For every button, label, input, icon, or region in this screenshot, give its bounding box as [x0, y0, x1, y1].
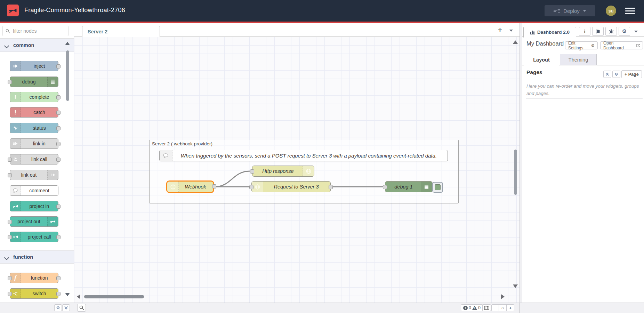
palette-node-complete[interactable]: ! complete	[10, 92, 58, 102]
palette-node-status[interactable]: status	[10, 123, 58, 133]
canvas-scroll-down-arrow[interactable]	[513, 284, 518, 288]
canvas-scroll-up-arrow[interactable]	[513, 40, 518, 44]
dashboard-title: My Dashboard	[526, 40, 564, 47]
chevron-down-icon	[4, 255, 9, 260]
node-output-port[interactable]	[329, 185, 333, 189]
error-count: 0	[469, 305, 471, 310]
chevron-double-down-icon	[64, 306, 68, 310]
canvas-scroll-left-arrow[interactable]	[77, 294, 80, 299]
palette-node-link-call[interactable]: link call	[10, 154, 58, 164]
node-port[interactable]	[56, 235, 61, 239]
node-port[interactable]	[56, 158, 61, 162]
palette-node-debug[interactable]: debug	[10, 77, 58, 87]
move-page-up-button[interactable]	[603, 71, 611, 78]
node-port[interactable]	[56, 95, 61, 99]
node-port[interactable]	[56, 126, 61, 130]
debug-sidebar-button[interactable]	[605, 27, 617, 36]
add-flow-button[interactable]: +	[495, 25, 505, 35]
filter-nodes-input[interactable]	[12, 28, 66, 34]
palette-search-box[interactable]	[2, 26, 69, 36]
canvas-search-button[interactable]	[77, 304, 86, 312]
node-input-port[interactable]	[250, 169, 254, 174]
add-page-button[interactable]: + Page	[621, 70, 642, 78]
palette-node-project-out[interactable]: project out	[10, 216, 58, 227]
palette-expand-all-button[interactable]	[62, 304, 70, 311]
palette-scroll-down-arrow[interactable]	[65, 293, 70, 296]
config-nodes-button[interactable]: ⚙	[619, 27, 630, 36]
zoom-in-button[interactable]: +	[507, 304, 514, 311]
node-port[interactable]	[56, 204, 61, 209]
node-port[interactable]	[8, 173, 12, 177]
node-port[interactable]	[56, 64, 61, 69]
palette-category-function[interactable]: function	[0, 250, 74, 264]
palette-scrollbar-thumb[interactable]	[66, 50, 69, 101]
sidebar-tab-dashboard[interactable]: Dashboard 2.0	[523, 27, 576, 38]
canvas-hscrollbar-thumb[interactable]	[84, 295, 144, 298]
divider	[526, 98, 643, 98]
help-button[interactable]	[592, 27, 604, 36]
node-port[interactable]	[8, 235, 12, 239]
map-icon	[484, 306, 489, 310]
zoom-out-button[interactable]: −	[491, 304, 499, 311]
flow-list-chevron-icon[interactable]	[509, 30, 513, 32]
palette-node-switch[interactable]: switch	[10, 288, 58, 299]
comment-node[interactable]: When triggered by the sensors, send a PO…	[159, 150, 448, 161]
workspace-tab-server2[interactable]: Server 2	[82, 26, 160, 37]
node-port[interactable]	[8, 220, 12, 224]
node-input-port[interactable]	[383, 185, 387, 189]
search-icon	[79, 305, 84, 310]
zoom-reset-button[interactable]: ○	[499, 304, 507, 311]
palette-node-inject[interactable]: inject	[10, 61, 58, 71]
edit-settings-button[interactable]: Edit Settings ⚙	[565, 41, 598, 49]
palette-node-function[interactable]: f function	[10, 273, 58, 283]
node-http-response[interactable]: Http response	[252, 166, 314, 177]
node-port[interactable]	[56, 111, 61, 115]
sidebar: Dashboard 2.0 i ⚙ My Dashboard Edit Sett…	[522, 23, 644, 303]
sidebar-resize-handle[interactable]	[520, 23, 522, 303]
main-menu-button[interactable]	[625, 8, 635, 16]
node-request-to-server-3[interactable]: Request to Server 3	[251, 181, 331, 192]
deploy-options-chevron-icon[interactable]	[583, 10, 586, 12]
canvas-scroll-right-arrow[interactable]	[501, 294, 505, 299]
palette-node-comment[interactable]: comment	[10, 185, 58, 196]
palette-node-project-call[interactable]: project call	[10, 232, 58, 242]
deploy-icon	[554, 8, 560, 14]
deploy-button[interactable]: Deploy	[545, 5, 595, 16]
search-icon	[6, 29, 10, 33]
node-port[interactable]	[8, 158, 12, 162]
node-webhook[interactable]: Webhook	[166, 180, 214, 193]
node-port[interactable]	[8, 80, 12, 84]
chevron-double-up-icon	[56, 306, 60, 310]
navigator-toggle-button[interactable]	[482, 304, 491, 311]
flowfuse-logo-icon[interactable]	[7, 5, 19, 16]
chevron-double-up-icon	[605, 72, 609, 76]
move-page-down-button[interactable]	[612, 71, 620, 78]
flow-canvas[interactable]: Server 2 ( webhook provider) When trigge…	[74, 37, 520, 303]
palette-node-link-in[interactable]: link in	[10, 138, 58, 149]
palette-scroll-up-arrow[interactable]	[65, 42, 70, 45]
flow-issues-indicator[interactable]: ! 0 ! 0	[461, 304, 483, 311]
pages-help-text: Here you can re-order and move your widg…	[526, 83, 641, 97]
node-port[interactable]	[56, 142, 61, 146]
node-debug-1[interactable]: debug 1	[385, 181, 433, 192]
debug-enable-toggle[interactable]	[432, 182, 443, 193]
node-output-port[interactable]	[212, 184, 216, 188]
node-port[interactable]	[8, 276, 12, 280]
palette-node-project-in[interactable]: project in	[10, 201, 58, 211]
palette-category-common[interactable]: common	[0, 39, 74, 52]
user-avatar[interactable]: su	[606, 6, 616, 16]
open-dashboard-button[interactable]: Open Dashboard	[600, 41, 643, 49]
node-port[interactable]	[8, 292, 12, 296]
node-port[interactable]	[56, 276, 61, 280]
palette-collapse-all-button[interactable]	[54, 304, 62, 311]
comment-bubble-icon	[160, 150, 172, 161]
tab-layout[interactable]: Layout	[524, 54, 559, 66]
sidebar-tabs-chevron-icon[interactable]	[634, 31, 638, 33]
node-port[interactable]	[56, 292, 61, 296]
node-input-port[interactable]	[249, 185, 253, 189]
palette-node-link-out[interactable]: link out	[10, 170, 58, 180]
info-button[interactable]: i	[579, 27, 590, 36]
palette-node-catch[interactable]: ! catch	[10, 107, 58, 118]
canvas-vscrollbar-thumb[interactable]	[514, 150, 517, 195]
tab-theming[interactable]: Theming	[560, 54, 597, 65]
